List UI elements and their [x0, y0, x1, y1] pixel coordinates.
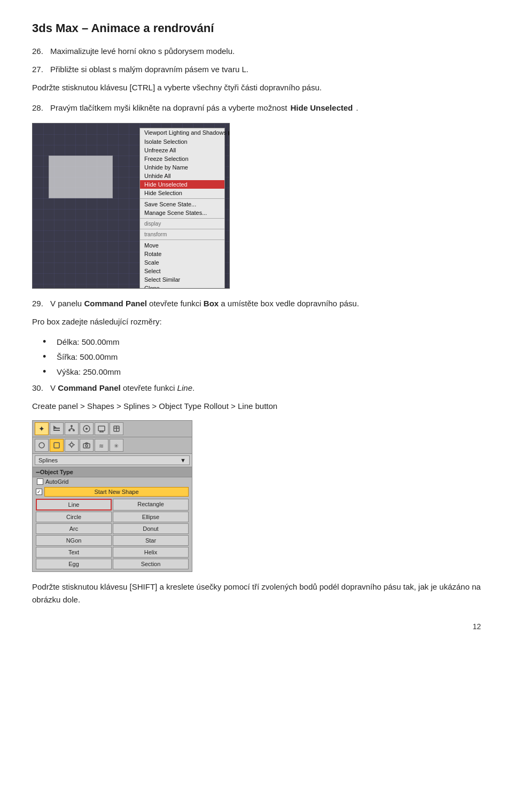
dropdown-arrow: ▼ [180, 457, 186, 463]
page-title: 3ds Max – Animace a rendrování [32, 21, 481, 35]
section-button[interactable]: Section [113, 559, 189, 569]
section-text-before: Pravým tlačítkem myši klikněte na doprav… [50, 102, 287, 114]
svg-rect-25 [83, 444, 90, 448]
egg-button[interactable]: Egg [36, 559, 112, 569]
spacewarps-icon[interactable]: ✳ [110, 439, 123, 452]
svg-text:✳: ✳ [114, 443, 119, 449]
motion-icon[interactable] [80, 422, 94, 435]
box-intro-text: Pro box zadejte následující rozměry: [32, 317, 162, 326]
hierarchy-icon[interactable] [65, 422, 79, 435]
ctx-hide-selection: Hide Selection [140, 189, 224, 197]
svg-point-10 [86, 428, 88, 430]
cmd-panel-widget: ✦ [32, 420, 192, 572]
start-new-shape-button[interactable]: Start New Shape [44, 487, 189, 497]
geometry-icon[interactable] [35, 439, 49, 452]
star-button[interactable]: Star [113, 535, 189, 546]
rectangle-button[interactable]: Rectangle [113, 499, 189, 511]
line-italic: Line [177, 383, 192, 392]
section-text-after: . [356, 102, 358, 114]
ctx-freeze: Freeze Selection [140, 154, 224, 163]
ctx-sep2 [140, 218, 224, 219]
display-icon[interactable] [95, 422, 108, 435]
footer-instruction: Podržte stisknutou klávesu [SHIFT] a kre… [32, 581, 481, 606]
ctx-sep4 [140, 239, 224, 240]
context-menu: Viewport Lighting and Shadows ▶ Isolate … [139, 128, 225, 289]
command-panel-bold: Command Panel [84, 299, 147, 308]
helix-label: Helix [144, 549, 157, 555]
svg-point-3 [71, 425, 73, 427]
ctx-move: Move [140, 241, 224, 250]
bullet-item-vyska: • Výška: 250.00mm [43, 366, 481, 378]
screenshot-context-menu: Viewport Lighting and Shadows ▶ Isolate … [32, 123, 481, 289]
helpers-icon[interactable]: ≋ [95, 439, 108, 452]
ctx-unhide-all: Unhide All [140, 172, 224, 180]
ctx-unfreeze: Unfreeze All [140, 146, 224, 154]
ctx-save-scene: Save Scene State... [140, 200, 224, 208]
bullet-list: • Délka: 500.00mm • Šířka: 500.00mm • Vý… [43, 336, 481, 378]
utilities-icon[interactable] [110, 422, 123, 435]
splines-dropdown[interactable]: Splines ▼ [35, 455, 190, 465]
donut-button[interactable]: Donut [113, 523, 189, 534]
bullet-label: Výška: 250.00mm [57, 366, 121, 378]
ngon-button[interactable]: NGon [36, 535, 112, 546]
bullet-item-sirka: • Šířka: 500.00mm [43, 351, 481, 364]
circle-label: Circle [66, 514, 81, 520]
command-panel-screenshot: ✦ [32, 420, 481, 572]
toolbar-row1: ✦ [33, 421, 192, 437]
section-collapse-btn[interactable]: – [36, 468, 40, 476]
circle-button[interactable]: Circle [36, 512, 112, 522]
ctx-sep3 [140, 229, 224, 229]
section-29: 29. V panelu Command Panel otevřete funk… [32, 297, 481, 310]
section-number: 27. [32, 63, 47, 76]
ctx-select: Select [140, 267, 224, 275]
star-label: Star [145, 537, 156, 544]
start-new-shape-checkbox[interactable] [36, 489, 42, 495]
cameras-icon[interactable] [80, 439, 94, 452]
object-type-header: – Object Type [33, 467, 192, 477]
svg-text:≋: ≋ [99, 443, 104, 449]
rect-label: Rectangle [137, 501, 164, 507]
text-label: Text [68, 549, 79, 555]
modify-icon[interactable] [50, 422, 64, 435]
ctx-viewport-lighting: Viewport Lighting and Shadows ▶ [140, 128, 224, 137]
bullet-label: Délka: 500.00mm [57, 336, 120, 349]
ctrl-instruction: Podržte stisknutou klávesu [CTRL] a vybe… [32, 81, 481, 94]
text-button[interactable]: Text [36, 547, 112, 558]
section-27: 27. Přibližte si oblast s malým dopravní… [32, 63, 481, 76]
ctx-unhide-name: Unhide by Name [140, 163, 224, 172]
ellipse-label: Ellipse [142, 514, 159, 520]
ctx-display: display [140, 220, 224, 228]
start-new-shape-label: Start New Shape [94, 489, 138, 495]
svg-point-6 [73, 429, 75, 431]
ctx-select-similar: Select Similar [140, 275, 224, 284]
ctx-hide-unselected: Hide Unselected [140, 180, 224, 189]
helix-button[interactable]: Helix [113, 547, 189, 558]
ctx-manage-scene: Manage Scene States... [140, 208, 224, 217]
page-number: 12 [32, 622, 481, 631]
page-num-value: 12 [472, 622, 481, 631]
object-type-section: – Object Type AutoGrid Start New Shape L… [33, 467, 192, 571]
command-panel-bold2: Command Panel [58, 383, 121, 392]
arc-button[interactable]: Arc [36, 523, 112, 534]
svg-point-26 [86, 445, 88, 447]
create-icon[interactable]: ✦ [35, 422, 49, 435]
autogrid-checkbox[interactable] [37, 478, 43, 485]
svg-rect-19 [54, 443, 59, 448]
bullet-dot: • [43, 336, 51, 349]
section-text: Přibližte si oblast s malým dopravním pá… [50, 63, 248, 76]
lights-icon[interactable] [65, 439, 79, 452]
section-label: Section [141, 561, 161, 567]
line-button[interactable]: Line [36, 499, 112, 511]
ctx-sep1 [140, 198, 224, 199]
bullet-dot: • [43, 351, 51, 364]
svg-point-5 [68, 429, 71, 431]
ctx-transform: transform [140, 230, 224, 238]
ctx-scale: Scale [140, 258, 224, 267]
autogrid-row: AutoGrid [33, 477, 192, 486]
egg-label: Egg [68, 561, 79, 567]
section-28: 28. Pravým tlačítkem myši klikněte na do… [32, 102, 481, 114]
ellipse-button[interactable]: Ellipse [113, 512, 189, 522]
box-intro: Pro box zadejte následující rozměry: [32, 315, 481, 328]
line-label: Line [68, 501, 80, 508]
shapes-icon[interactable] [50, 439, 64, 452]
